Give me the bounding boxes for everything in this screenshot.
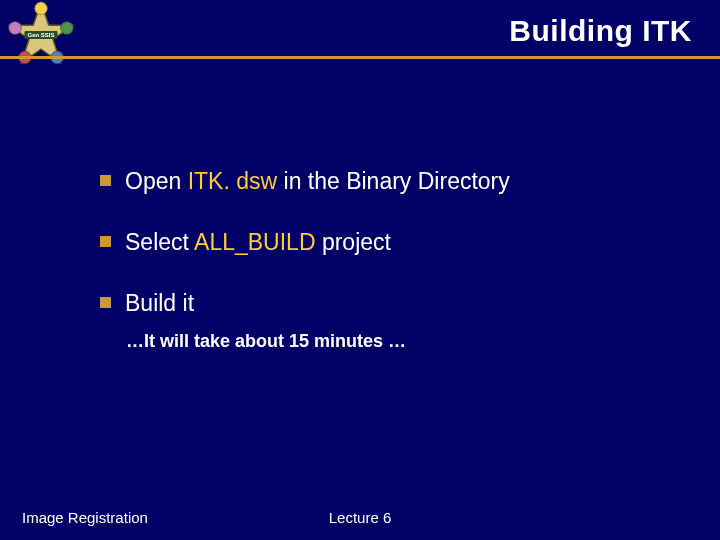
bullet-item: Open ITK. dsw in the Binary Directory (100, 166, 680, 197)
bullet-item: Select ALL_BUILD project (100, 227, 680, 258)
svg-point-5 (9, 22, 22, 35)
sub-note: …It will take about 15 minutes … (126, 331, 680, 352)
text-run: in the Binary Directory (277, 168, 510, 194)
bullet-icon (100, 297, 111, 308)
bullet-icon (100, 175, 111, 186)
bullet-text: Select ALL_BUILD project (125, 227, 391, 258)
logo: Gen SSIS (6, 0, 76, 70)
text-run: Select (125, 229, 194, 255)
highlight: ITK. dsw (188, 168, 277, 194)
text-run: project (316, 229, 391, 255)
bullet-item: Build it (100, 288, 680, 319)
bullet-icon (100, 236, 111, 247)
slide-title: Building ITK (509, 14, 692, 48)
svg-point-1 (35, 2, 48, 15)
highlight: ALL_BUILD (194, 229, 315, 255)
slide-header: Gen SSIS Building ITK (0, 0, 720, 72)
bullet-text: Open ITK. dsw in the Binary Directory (125, 166, 510, 197)
logo-label: Gen SSIS (24, 31, 57, 39)
footer-left: Image Registration (22, 509, 148, 526)
slide-body: Open ITK. dsw in the Binary Directory Se… (100, 166, 680, 352)
header-rule (0, 56, 720, 59)
svg-point-2 (61, 22, 74, 35)
footer-center: Lecture 6 (329, 509, 392, 526)
bullet-text: Build it (125, 288, 194, 319)
text-run: Open (125, 168, 188, 194)
